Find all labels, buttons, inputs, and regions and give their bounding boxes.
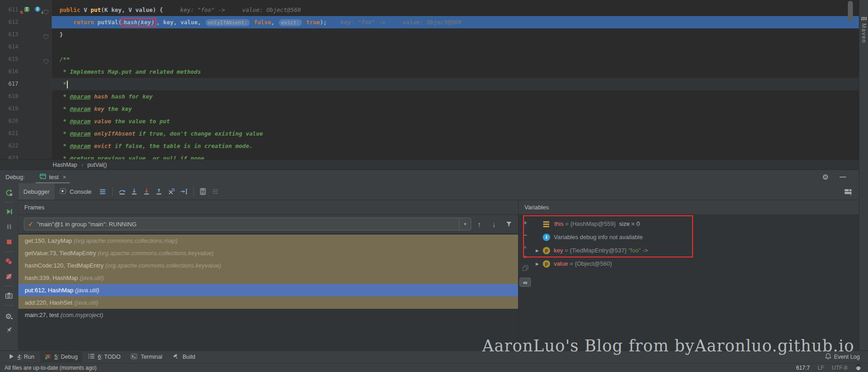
stop-icon[interactable] [3, 236, 16, 248]
stack-frame-row[interactable]: get:150, LazyMap (org.apache.commons.col… [18, 235, 518, 247]
line-number[interactable]: 614 [0, 41, 18, 53]
caret-position[interactable]: 617:7 [796, 365, 810, 371]
drop-frame-icon[interactable] [165, 186, 178, 197]
line-number[interactable]: 621 [0, 127, 18, 140]
stack-frame-row[interactable]: main:27, test (com.myproject) [18, 309, 518, 321]
mute-breakpoints-icon[interactable] [3, 270, 16, 282]
view-options-icon[interactable] [97, 186, 109, 197]
settings-gear-icon[interactable]: ⚙ [822, 173, 829, 181]
hide-library-frames-filter-icon[interactable] [502, 218, 515, 230]
line-number[interactable]: 616 [0, 66, 18, 78]
variables-header-label: Variables [524, 204, 549, 211]
code-line[interactable]: 615/** [0, 53, 859, 66]
line-number[interactable]: 612 [0, 16, 18, 28]
tab-console[interactable]: Console [55, 183, 97, 200]
view-breakpoints-icon[interactable] [3, 255, 16, 267]
resume-icon[interactable] [3, 206, 16, 218]
close-icon[interactable]: × [63, 174, 66, 181]
trace-settings-icon[interactable] [209, 186, 222, 197]
code-token: * [60, 155, 70, 159]
pin-icon[interactable] [3, 324, 16, 336]
status-message: All files are up-to-date (moments ago) [5, 365, 97, 371]
line-number[interactable]: 617 [0, 78, 18, 90]
line-number[interactable]: 611 [0, 4, 18, 16]
stack-frame-row[interactable]: getValue:73, TiedMapEntry (org.apache.co… [18, 247, 518, 259]
code-editor[interactable]: 611⇅I↓Opublic V put(K key, V value) { ke… [0, 0, 859, 159]
toolwindow-run[interactable]: 4: Run [5, 352, 38, 362]
pause-icon[interactable] [3, 221, 16, 233]
debug-session-tab[interactable]: test × [36, 170, 70, 184]
thread-selector[interactable]: ✓ "main"@1 in group "main": RUNNING ▼ [24, 218, 471, 230]
toolwindow-maven[interactable]: m Maven [861, 15, 867, 44]
variable-row[interactable]: ▶pvalue = {Object@560} [532, 257, 859, 270]
session-tab-label[interactable]: test [49, 174, 59, 181]
code-line[interactable]: 620 * @param value the value to put [0, 115, 859, 127]
expand-icon[interactable]: ▶ [532, 248, 543, 253]
overriding-method-marker-icon[interactable]: ↓O [35, 5, 44, 14]
breadcrumb-method[interactable]: putVal() [87, 162, 107, 168]
line-number[interactable]: 618 [0, 90, 18, 103]
toolwindow-todo[interactable]: 6: TODO [84, 352, 125, 362]
code-line[interactable]: 618 * @param hash hash for key [0, 90, 859, 103]
code-line[interactable]: 619 * @param key the key [0, 103, 859, 115]
expand-icon[interactable]: ▶ [532, 262, 543, 266]
frame-up-icon[interactable]: ↑ [473, 218, 486, 230]
toolwindow-terminal[interactable]: Terminal [126, 352, 166, 362]
code-line[interactable]: 614 [0, 41, 859, 53]
line-number[interactable]: 615 [0, 53, 18, 66]
move-watch-up-icon[interactable]: ▲ [523, 244, 528, 249]
debug-settings-gear-icon[interactable]: ⚙▾ [3, 309, 16, 321]
editor-scrollbar[interactable] [848, 1, 853, 21]
stack-frame-row[interactable]: add:220, HashSet (java.util) [18, 296, 518, 309]
code-token: previous value, or null if none [94, 155, 204, 159]
show-watches-icon[interactable]: ∞ [519, 278, 531, 287]
stack-frame-row[interactable]: put:612, HashMap (java.util) [18, 284, 518, 296]
code-line[interactable]: 621 * @param onlyIfAbsent if true, don't… [0, 127, 859, 140]
code-line[interactable]: 612 return putVal(hash(key), key, value,… [0, 16, 859, 28]
code-token: hash [91, 93, 108, 100]
line-separator-indicator[interactable]: LF [818, 365, 824, 371]
frame-down-icon[interactable]: ↓ [487, 218, 501, 230]
toolwindow-debug[interactable]: 5: Debug [40, 351, 82, 362]
line-number[interactable]: 613 [0, 28, 18, 41]
tab-debugger[interactable]: Debugger [18, 183, 55, 200]
encoding-indicator[interactable]: UTF-8 [832, 365, 847, 371]
variable-name: key [554, 247, 563, 254]
step-out-icon[interactable] [153, 186, 165, 197]
combo-dropdown-icon[interactable]: ▼ [459, 218, 471, 230]
line-number[interactable]: 622 [0, 140, 18, 152]
code-line[interactable]: 611⇅I↓Opublic V put(K key, V value) { ke… [0, 4, 859, 16]
toolwindow-build[interactable]: Build [168, 351, 199, 362]
variable-row[interactable]: this = {HashMap@559} size = 0 [532, 217, 859, 230]
force-step-into-icon[interactable] [141, 186, 153, 197]
code-line[interactable]: 613} [0, 28, 859, 41]
rerun-icon[interactable] [3, 186, 16, 198]
code-line[interactable]: 622 * @param evict if false, the table i… [0, 140, 859, 152]
add-watch-icon[interactable]: + [523, 219, 527, 226]
step-into-icon[interactable] [128, 186, 141, 197]
step-over-icon[interactable] [116, 186, 128, 197]
code-line[interactable]: 617 * [0, 78, 859, 90]
frame-package: (java.util) [75, 287, 99, 294]
thread-dump-camera-icon[interactable] [3, 290, 16, 301]
evaluate-expression-icon[interactable] [197, 186, 209, 197]
remove-watch-icon[interactable]: − [523, 231, 527, 239]
code-token: return [73, 19, 98, 26]
stack-frame-row[interactable]: hash:339, HashMap (java.util) [18, 272, 518, 284]
breadcrumb-class[interactable]: HashMap [53, 162, 77, 168]
code-line[interactable]: 616 * Implements Map.put and related met… [0, 66, 859, 78]
variable-row[interactable]: iVariables debug info not available [532, 230, 859, 244]
code-line[interactable]: 623 * @return previous value, or null if… [0, 152, 859, 159]
duplicate-watch-icon[interactable] [522, 265, 529, 273]
move-watch-down-icon[interactable]: ▼ [523, 254, 528, 260]
line-number[interactable]: 620 [0, 115, 18, 127]
highlighting-level-hector-icon[interactable] [855, 364, 862, 372]
line-number[interactable]: 623 [0, 152, 18, 159]
stack-frame-row[interactable]: hashCode:120, TiedMapEntry (org.apache.c… [18, 259, 518, 272]
restore-layout-icon[interactable] [842, 186, 854, 197]
implementing-method-marker-icon[interactable]: ⇅I [21, 5, 30, 14]
hide-toolwindow-icon[interactable]: — [840, 173, 846, 181]
run-to-cursor-icon[interactable] [178, 186, 190, 197]
variable-row[interactable]: ▶pkey = {TiedMapEntry@537} "foo" -> [532, 244, 859, 257]
line-number[interactable]: 619 [0, 103, 18, 115]
